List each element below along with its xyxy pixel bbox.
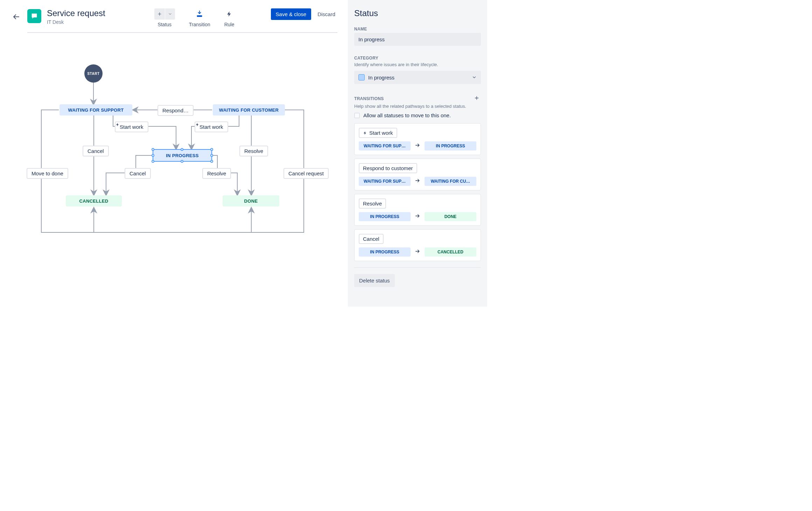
transition-from-pill: IN PROGRESS — [359, 212, 411, 221]
transition-cancel-lower[interactable]: Cancel — [125, 168, 151, 179]
category-note: Identify where issues are in their lifec… — [354, 62, 481, 67]
add-transition-button[interactable] — [472, 94, 481, 104]
transition-cancel-upper[interactable]: Cancel — [83, 146, 109, 156]
chevron-down-icon — [168, 12, 172, 16]
transition-to-pill: DONE — [425, 212, 476, 221]
transition-respond[interactable]: Respond… — [158, 105, 194, 116]
category-value: In progress — [368, 75, 394, 80]
status-properties-panel: Status NAME In progress CATEGORY Identif… — [348, 0, 487, 307]
transition-card[interactable]: CancelIN PROGRESSCANCELLED — [354, 229, 481, 261]
transition-move-to-done[interactable]: Move to done — [27, 168, 68, 179]
panel-divider — [354, 267, 481, 268]
arrow-left-icon — [12, 13, 20, 21]
page-subtitle: IT Desk — [47, 19, 105, 25]
status-node-waiting-for-customer[interactable]: WAITING FOR CUSTOMER — [213, 104, 285, 115]
lightning-icon — [363, 131, 367, 135]
save-button[interactable]: Save & close — [271, 8, 312, 20]
category-select[interactable]: In progress — [354, 71, 481, 84]
lightning-icon — [226, 10, 232, 18]
transition-flow: IN PROGRESSDONE — [359, 212, 476, 221]
workflow-canvas[interactable]: START WAITING FOR SUPPORT WAITING FOR CU… — [27, 47, 332, 264]
arrow-right-icon — [414, 178, 421, 185]
allow-all-label: Allow all statuses to move to this one. — [363, 112, 451, 118]
category-label: CATEGORY — [354, 56, 481, 61]
transition-card[interactable]: Start workWAITING FOR SUP…IN PROGRESS — [354, 123, 481, 155]
transition-start-work-right[interactable]: Start work — [195, 121, 228, 132]
transitions-label: TRANSITIONS — [354, 96, 384, 101]
arrow-right-icon — [414, 142, 421, 149]
transition-to-pill: CANCELLED — [425, 247, 476, 257]
status-node-waiting-for-support[interactable]: WAITING FOR SUPPORT — [59, 104, 132, 115]
status-node-in-progress-selected[interactable]: IN PROGRESS — [153, 149, 212, 162]
plus-icon — [157, 12, 162, 16]
plus-icon — [474, 95, 479, 101]
transition-name: Start work — [359, 128, 397, 138]
lightning-icon — [195, 122, 200, 127]
transition-name: Resolve — [359, 198, 386, 209]
panel-title: Status — [354, 8, 481, 18]
start-node[interactable]: START — [84, 64, 103, 83]
name-label: NAME — [354, 27, 481, 31]
add-transition-button[interactable] — [196, 8, 203, 20]
arrow-right-icon — [414, 213, 421, 220]
toolbar-status-label: Status — [158, 22, 172, 27]
transition-from-pill: WAITING FOR SUP… — [359, 177, 411, 186]
transition-to-pill: IN PROGRESS — [425, 141, 476, 150]
toolbar-transition-label: Transition — [189, 22, 210, 27]
add-status-split-button[interactable] — [154, 8, 175, 20]
svg-rect-0 — [197, 15, 202, 17]
transition-flow: WAITING FOR SUP…WAITING FOR CU… — [359, 177, 476, 186]
app-logo — [27, 9, 41, 23]
status-node-done[interactable]: DONE — [223, 195, 279, 206]
transition-card[interactable]: Respond to customerWAITING FOR SUP…WAITI… — [354, 159, 481, 190]
chat-icon — [30, 12, 38, 20]
toolbar-rule-label: Rule — [224, 22, 234, 27]
transition-resolve-lower[interactable]: Resolve — [202, 168, 231, 179]
transition-from-pill: IN PROGRESS — [359, 247, 411, 257]
transition-flow: IN PROGRESSCANCELLED — [359, 247, 476, 257]
transition-resolve-upper[interactable]: Resolve — [239, 146, 268, 156]
delete-status-button[interactable]: Delete status — [354, 274, 395, 287]
transition-from-pill: WAITING FOR SUP… — [359, 141, 411, 150]
transition-name: Respond to customer — [359, 163, 417, 173]
discard-button[interactable]: Discard — [315, 8, 337, 20]
status-node-cancelled[interactable]: CANCELLED — [66, 195, 122, 206]
transitions-note: Help show all the related pathways to a … — [354, 104, 481, 109]
back-button[interactable] — [10, 11, 22, 22]
page-title: Service request — [47, 8, 105, 19]
lightning-icon — [115, 122, 120, 127]
allow-all-checkbox[interactable] — [354, 113, 360, 118]
transition-to-pill: WAITING FOR CU… — [425, 177, 476, 186]
transition-cancel-request[interactable]: Cancel request — [284, 168, 329, 179]
category-swatch-icon — [358, 74, 365, 80]
arrow-right-icon — [414, 248, 421, 255]
transition-start-work-left[interactable]: Start work — [115, 121, 148, 132]
status-name-input[interactable]: In progress — [354, 33, 481, 46]
header-divider — [27, 32, 337, 33]
transition-card[interactable]: ResolveIN PROGRESSDONE — [354, 194, 481, 226]
transition-name: Cancel — [359, 234, 384, 244]
transition-icon — [196, 10, 203, 18]
chevron-down-icon — [472, 75, 477, 80]
add-status-plus[interactable] — [154, 8, 165, 20]
add-rule-button[interactable] — [226, 8, 232, 20]
add-status-dropdown[interactable] — [165, 8, 175, 20]
transition-flow: WAITING FOR SUP…IN PROGRESS — [359, 141, 476, 150]
